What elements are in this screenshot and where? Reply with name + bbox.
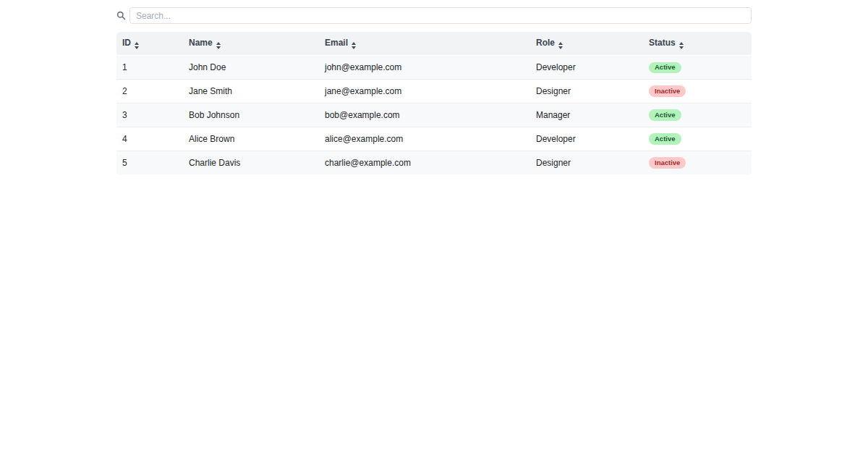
cell-status: Active bbox=[643, 103, 752, 127]
cell-role: Designer bbox=[530, 151, 643, 174]
header-row: ID Name Email Role Status bbox=[116, 32, 752, 55]
column-label: Email bbox=[325, 38, 348, 48]
table-header: ID Name Email Role Status bbox=[116, 32, 752, 55]
cell-role: Designer bbox=[530, 79, 643, 103]
column-header-role[interactable]: Role bbox=[530, 32, 643, 55]
cell-id: 5 bbox=[116, 151, 183, 174]
column-header-id[interactable]: ID bbox=[116, 32, 183, 55]
cell-status: Inactive bbox=[643, 151, 752, 174]
column-label: Name bbox=[189, 38, 213, 48]
cell-role: Developer bbox=[530, 127, 643, 151]
table-row: 3 Bob Johnson bob@example.com Manager Ac… bbox=[116, 103, 752, 127]
cell-email: john@example.com bbox=[319, 55, 530, 79]
cell-name: John Doe bbox=[183, 55, 319, 79]
table-row: 1 John Doe john@example.com Developer Ac… bbox=[116, 55, 752, 79]
table-row: 5 Charlie Davis charlie@example.com Desi… bbox=[116, 151, 752, 174]
cell-id: 2 bbox=[116, 79, 183, 103]
search-icon bbox=[116, 11, 126, 20]
status-badge: Inactive bbox=[649, 157, 686, 168]
cell-email: bob@example.com bbox=[319, 103, 530, 127]
search-input[interactable] bbox=[129, 7, 752, 24]
table-row: 4 Alice Brown alice@example.com Develope… bbox=[116, 127, 752, 151]
table-body: 1 John Doe john@example.com Developer Ac… bbox=[116, 55, 752, 174]
cell-role: Developer bbox=[530, 55, 643, 79]
user-table-page: ID Name Email Role Status 1 John Doe joh… bbox=[116, 0, 752, 174]
sort-icon bbox=[558, 42, 563, 49]
status-badge: Active bbox=[649, 133, 681, 144]
sort-icon bbox=[135, 42, 139, 49]
cell-email: jane@example.com bbox=[319, 79, 530, 103]
cell-id: 3 bbox=[116, 103, 183, 127]
cell-status: Active bbox=[643, 127, 752, 151]
cell-name: Bob Johnson bbox=[183, 103, 319, 127]
column-header-name[interactable]: Name bbox=[183, 32, 319, 55]
users-table: ID Name Email Role Status 1 John Doe joh… bbox=[116, 32, 752, 174]
cell-status: Inactive bbox=[643, 79, 752, 103]
cell-email: alice@example.com bbox=[319, 127, 530, 151]
cell-status: Active bbox=[643, 55, 752, 79]
cell-id: 1 bbox=[116, 55, 183, 79]
status-badge: Active bbox=[649, 109, 681, 120]
status-badge: Inactive bbox=[649, 85, 686, 96]
search-bar bbox=[116, 7, 752, 24]
sort-icon bbox=[679, 42, 684, 49]
cell-role: Manager bbox=[530, 103, 643, 127]
column-label: Role bbox=[536, 38, 555, 48]
status-badge: Active bbox=[649, 62, 681, 73]
cell-name: Jane Smith bbox=[183, 79, 319, 103]
sort-icon bbox=[216, 42, 221, 49]
table-row: 2 Jane Smith jane@example.com Designer I… bbox=[116, 79, 752, 103]
column-label: ID bbox=[122, 38, 131, 48]
column-label: Status bbox=[649, 38, 676, 48]
cell-id: 4 bbox=[116, 127, 183, 151]
column-header-status[interactable]: Status bbox=[643, 32, 752, 55]
sort-icon bbox=[352, 42, 356, 49]
cell-name: Charlie Davis bbox=[183, 151, 319, 174]
cell-name: Alice Brown bbox=[183, 127, 319, 151]
column-header-email[interactable]: Email bbox=[319, 32, 530, 55]
cell-email: charlie@example.com bbox=[319, 151, 530, 174]
